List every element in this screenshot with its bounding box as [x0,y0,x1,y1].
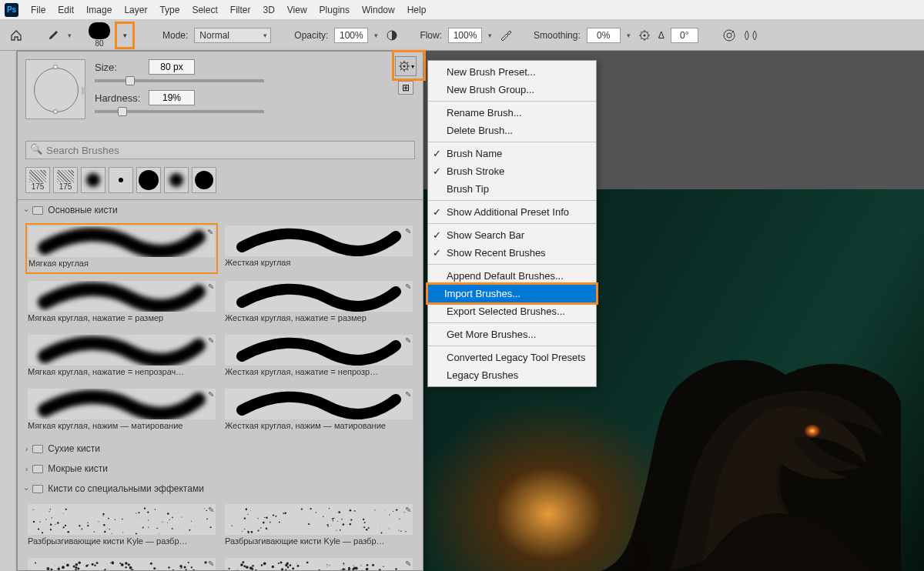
recent-brush[interactable] [109,167,133,193]
menu-file[interactable]: File [25,2,52,18]
svg-point-12 [155,509,156,509]
size-input[interactable]: 80 px [149,59,195,75]
home-button[interactable] [8,27,25,44]
svg-point-336 [156,568,156,569]
hardness-slider[interactable] [95,110,264,113]
svg-point-64 [45,519,46,519]
edit-icon: ✎ [208,390,214,399]
symmetry-icon[interactable] [743,28,758,43]
smoothing-value[interactable]: 0% [587,28,621,43]
svg-point-221 [75,569,77,570]
angle-value[interactable]: 0° [671,28,698,43]
menu-help[interactable]: Help [401,2,433,18]
svg-point-155 [257,518,258,519]
tool-icon[interactable] [45,27,62,44]
menu-item-brush-stroke[interactable]: Brush Stroke [428,162,596,180]
brush-preset[interactable]: ✎Концептуальные кисти Kyle — универс… [223,556,415,570]
recent-brush[interactable] [136,167,161,193]
svg-point-165 [380,532,382,533]
menu-item-legacy-brushes[interactable]: Legacy Brushes [428,366,596,384]
flow-value[interactable]: 100% [448,28,482,43]
svg-point-61 [172,516,173,518]
menu-item-new-brush-preset[interactable]: New Brush Preset... [428,63,596,81]
menu-item-new-brush-group[interactable]: New Brush Group... [428,81,596,99]
svg-point-526 [261,564,263,566]
svg-point-89 [301,509,303,510]
pressure-opacity-icon[interactable] [384,28,400,43]
edit-icon: ✎ [405,506,411,514]
svg-point-164 [328,526,329,527]
svg-point-124 [250,510,251,511]
menu-item-get-more-brushes[interactable]: Get More Brushes... [428,326,596,343]
menu-item-show-search-bar[interactable]: Show Search Bar [428,226,596,244]
mode-select[interactable]: Normal [194,28,271,43]
menu-item-converted-legacy-tool-presets[interactable]: Converted Legacy Tool Presets [428,349,596,366]
menu-layer[interactable]: Layer [118,2,153,18]
smoothing-label: Smoothing: [534,30,581,41]
svg-point-147 [341,519,343,520]
new-preset-button[interactable]: ⊞ [398,81,413,95]
brush-preset[interactable]: ✎Жесткая круглая, нажатие = непрозр… [223,332,415,382]
menu-image[interactable]: Image [80,2,118,18]
recent-brush[interactable] [164,167,189,193]
hardness-input[interactable]: 19% [149,90,195,105]
recent-brush[interactable]: 175 [25,167,50,193]
menu-plugins[interactable]: Plugins [313,2,356,18]
menu-select[interactable]: Select [186,2,223,18]
menu-window[interactable]: Window [356,2,401,18]
menu-item-rename-brush[interactable]: Rename Brush... [428,104,596,122]
toolbox[interactable] [0,51,17,571]
svg-point-117 [264,517,265,518]
menu-item-show-recent-brushes[interactable]: Show Recent Brushes [428,244,596,262]
menu-filter[interactable]: Filter [224,2,257,18]
svg-point-501 [292,567,294,569]
brush-preset[interactable]: ✎Разбрызгивающие кисти Kyle — разбр… [223,502,415,551]
menu-view[interactable]: View [281,2,313,18]
svg-point-492 [343,568,345,570]
menu-item-brush-name[interactable]: Brush Name [428,145,596,162]
panel-settings-button[interactable]: ▾ [395,56,417,76]
opacity-value[interactable]: 100% [334,28,368,43]
svg-point-2 [643,34,645,36]
menu-item-show-additional-preset-info[interactable]: Show Additional Preset Info [428,203,596,221]
folder-wet[interactable]: › Мокрые кисти [18,459,423,479]
brush-tip-shape[interactable] [25,59,85,119]
search-input[interactable] [25,141,415,159]
folder-fx[interactable]: › Кисти со специальными эффектами [18,479,423,499]
folder-dry[interactable]: › Сухие кисти [18,439,423,459]
brush-preset[interactable]: ✎Мягкая круглая, нажим — матирование [25,386,218,436]
svg-point-109 [251,531,253,533]
brush-preset[interactable]: ✎Мягкая круглая, нажатие = непрозрач… [25,332,218,382]
size-slider[interactable] [95,79,264,82]
menu-item-export-selected-brushes[interactable]: Export Selected Brushes... [428,302,596,320]
smoothing-options-icon[interactable] [637,28,652,43]
svg-point-398 [340,569,342,570]
svg-point-66 [33,521,35,523]
menu-item-delete-brush[interactable]: Delete Brush... [428,122,596,139]
svg-point-288 [110,563,111,563]
brush-preset[interactable]: ✎Разбрызгивающие кисти Kyle — управл… [25,556,218,570]
menu-item-brush-tip[interactable]: Brush Tip [428,180,596,198]
svg-point-201 [66,564,69,567]
recent-brush[interactable]: 175 [53,167,78,193]
brush-preset[interactable]: ✎Мягкая круглая, нажатие = размер [25,279,218,328]
menu-3d[interactable]: 3D [256,2,280,18]
brush-preset[interactable]: ✎Жесткая круглая, нажатие = размер [223,279,415,328]
recent-brush[interactable] [192,167,216,193]
svg-point-71 [108,529,109,529]
folder-main[interactable]: › Основные кисти [18,200,423,220]
recent-brush[interactable] [81,167,105,193]
brush-preset[interactable]: ✎Жесткая круглая, нажим — матирование [223,386,415,436]
svg-point-320 [150,563,152,565]
brush-preset[interactable]: ✎Жесткая круглая [223,223,415,274]
airbrush-icon[interactable] [498,28,514,43]
menu-item-import-brushes[interactable]: Import Brushes... [426,282,598,305]
menu-edit[interactable]: Edit [52,2,80,18]
brush-preset[interactable]: ✎Мягкая круглая [25,223,218,274]
pressure-size-icon[interactable] [721,28,737,43]
svg-point-152 [340,529,341,531]
brush-preset-dropdown[interactable]: ▾ [115,22,135,49]
menu-type[interactable]: Type [153,2,186,18]
menu-separator [428,264,596,265]
brush-preset[interactable]: ✎Разбрызгивающие кисти Kyle — разбр… [25,502,218,551]
